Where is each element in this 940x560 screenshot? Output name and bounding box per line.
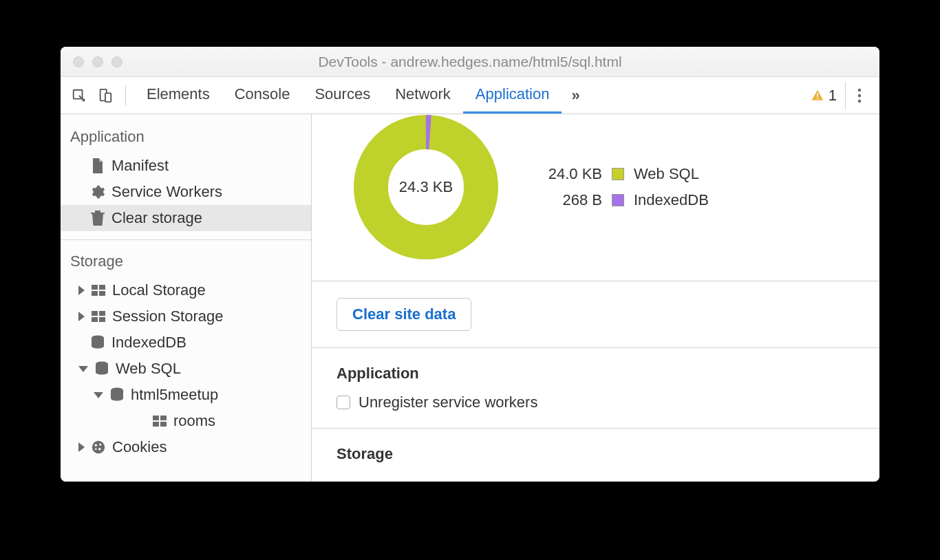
legend-swatch xyxy=(612,168,624,180)
sidebar-item-html5meetup[interactable]: html5meetup xyxy=(61,382,311,408)
sidebar-item-rooms[interactable]: rooms xyxy=(61,408,311,434)
svg-rect-19 xyxy=(153,416,159,420)
svg-point-6 xyxy=(857,94,860,96)
chevron-down-icon xyxy=(94,392,103,398)
application-section: Application Unregister service workers xyxy=(312,348,879,429)
svg-rect-14 xyxy=(92,317,98,322)
legend-row-websql: 24.0 KB Web SQL xyxy=(540,161,709,187)
svg-rect-12 xyxy=(92,311,98,316)
unregister-sw-row[interactable]: Unregister service workers xyxy=(337,394,855,411)
svg-point-24 xyxy=(95,444,97,446)
device-toggle-icon[interactable] xyxy=(94,84,117,107)
minimize-icon[interactable] xyxy=(92,56,103,67)
svg-point-27 xyxy=(95,448,97,450)
sidebar-item-label: html5meetup xyxy=(131,386,218,404)
clear-site-data-button[interactable]: Clear site data xyxy=(337,298,471,331)
legend-value: 24.0 KB xyxy=(540,165,602,183)
sidebar-item-manifest[interactable]: Manifest xyxy=(61,153,311,179)
sidebar-item-service-workers[interactable]: Service Workers xyxy=(61,179,311,205)
sidebar-item-local-storage[interactable]: Local Storage xyxy=(61,277,311,303)
trash-icon xyxy=(89,210,106,226)
svg-rect-10 xyxy=(92,291,98,296)
svg-point-23 xyxy=(92,441,105,453)
sidebar-item-label: Manifest xyxy=(111,157,169,175)
legend-label: IndexedDB xyxy=(634,191,709,209)
svg-rect-8 xyxy=(92,285,98,290)
chevron-right-icon xyxy=(78,312,85,321)
svg-rect-22 xyxy=(160,422,167,427)
gear-icon xyxy=(89,184,106,200)
chevron-right-icon xyxy=(78,442,85,452)
legend-value: 268 B xyxy=(540,191,602,209)
separator xyxy=(125,85,126,106)
sidebar-divider xyxy=(61,239,311,240)
sidebar-item-indexeddb[interactable]: IndexedDB xyxy=(61,330,311,356)
close-icon[interactable] xyxy=(73,56,84,67)
sidebar-item-session-storage[interactable]: Session Storage xyxy=(61,303,311,330)
storage-total-label: 24.3 KB xyxy=(399,178,453,196)
svg-rect-3 xyxy=(817,93,818,96)
window-title: DevTools - andrew.hedges.name/html5/sql.… xyxy=(61,54,879,70)
svg-rect-11 xyxy=(99,291,105,296)
sidebar-item-web-sql[interactable]: Web SQL xyxy=(61,356,311,382)
tab-application[interactable]: Application xyxy=(463,77,562,114)
legend-swatch xyxy=(612,194,624,206)
grid-icon xyxy=(90,282,107,299)
more-menu-icon[interactable] xyxy=(845,82,873,109)
cookie-icon xyxy=(90,439,107,455)
storage-legend: 24.0 KB Web SQL 268 B IndexedDB xyxy=(540,161,709,213)
sidebar-item-label: Session Storage xyxy=(112,308,223,325)
svg-point-26 xyxy=(98,448,100,450)
sidebar-item-clear-storage[interactable]: Clear storage xyxy=(61,205,311,231)
svg-rect-9 xyxy=(99,285,105,290)
section-title: Storage xyxy=(337,445,855,463)
checkbox[interactable] xyxy=(337,396,350,409)
grid-icon xyxy=(151,413,168,429)
svg-rect-4 xyxy=(817,98,818,99)
inspect-element-icon[interactable] xyxy=(67,84,91,107)
svg-rect-21 xyxy=(153,422,159,427)
sidebar-item-label: Local Storage xyxy=(112,281,206,299)
tab-console[interactable]: Console xyxy=(222,77,303,114)
grid-icon xyxy=(90,308,107,325)
tab-sources[interactable]: Sources xyxy=(302,77,383,114)
clear-site-data-section: Clear site data xyxy=(312,281,879,348)
devtools-toolbar: Elements Console Sources Network Applica… xyxy=(61,77,879,114)
devtools-window: DevTools - andrew.hedges.name/html5/sql.… xyxy=(61,47,879,482)
legend-row-indexeddb: 268 B IndexedDB xyxy=(540,187,709,213)
storage-section: Storage xyxy=(312,429,879,482)
svg-point-25 xyxy=(99,444,101,446)
section-title: Application xyxy=(337,365,855,383)
storage-usage-row: 24.3 KB 24.0 KB Web SQL 268 B IndexedDB xyxy=(312,114,879,281)
sidebar-item-label: Clear storage xyxy=(111,209,202,227)
titlebar: DevTools - andrew.hedges.name/html5/sql.… xyxy=(61,47,879,77)
db-icon xyxy=(89,334,106,351)
application-sidebar: Application Manifest Service Workers xyxy=(61,114,312,482)
sidebar-item-label: IndexedDB xyxy=(111,334,186,352)
sidebar-section-storage: Storage xyxy=(61,244,311,277)
tabs-overflow-icon[interactable]: » xyxy=(562,87,589,105)
chevron-down-icon xyxy=(78,366,88,372)
checkbox-label: Unregister service workers xyxy=(359,394,537,411)
window-controls xyxy=(61,56,122,67)
sidebar-item-cookies[interactable]: Cookies xyxy=(61,434,311,460)
panel-tabs: Elements Console Sources Network Applica… xyxy=(134,77,590,114)
sidebar-item-label: Cookies xyxy=(112,438,167,456)
svg-point-5 xyxy=(857,88,860,91)
zoom-icon[interactable] xyxy=(111,56,122,67)
tab-network[interactable]: Network xyxy=(383,77,463,114)
warnings-count: 1 xyxy=(829,87,837,105)
sidebar-item-label: rooms xyxy=(173,412,215,430)
db-icon xyxy=(109,387,125,403)
tab-elements[interactable]: Elements xyxy=(134,77,222,114)
svg-point-7 xyxy=(857,99,860,102)
file-icon xyxy=(89,158,106,174)
sidebar-item-label: Web SQL xyxy=(116,360,181,378)
svg-rect-2 xyxy=(105,93,111,102)
warnings-indicator[interactable]: 1 xyxy=(811,87,842,105)
clear-storage-panel: 24.3 KB 24.0 KB Web SQL 268 B IndexedDB xyxy=(312,114,879,482)
svg-rect-20 xyxy=(160,416,167,420)
db-icon xyxy=(94,360,110,377)
sidebar-section-application: Application xyxy=(61,120,311,153)
svg-rect-13 xyxy=(99,311,105,316)
